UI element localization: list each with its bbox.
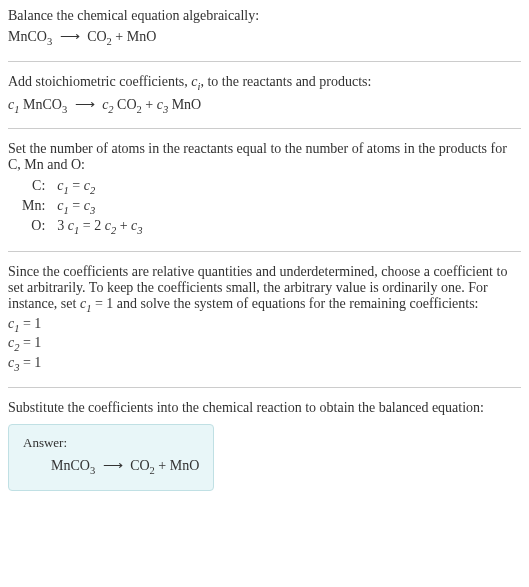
c-val: = 1 (19, 355, 41, 370)
answer-title: Substitute the coefficients into the che… (8, 400, 521, 416)
plus-text: + (116, 218, 131, 233)
c1-var: c1 (80, 296, 91, 311)
plus-text: + (112, 29, 127, 44)
arrow-icon: ⟶ (75, 96, 95, 113)
divider (8, 61, 521, 62)
section-atoms: Set the number of atoms in the reactants… (8, 141, 521, 236)
elem-label: C: (18, 177, 53, 197)
answer-label: Answer: (23, 435, 199, 451)
problem-title: Balance the chemical equation algebraica… (8, 8, 521, 24)
product-2: MnO (127, 29, 157, 44)
divider (8, 251, 521, 252)
result-c3: c3 = 1 (8, 355, 521, 373)
reactant-formula: MnCO (8, 29, 47, 44)
coeff-title: Add stoichiometric coefficients, ci, to … (8, 74, 521, 92)
plus-text: + (142, 97, 157, 112)
atoms-title: Set the number of atoms in the reactants… (8, 141, 521, 173)
product-c1: CO2 (117, 97, 142, 112)
elem-label: Mn: (18, 197, 53, 217)
c-sub: 3 (137, 225, 142, 236)
r-formula: MnCO (23, 97, 62, 112)
plus-text: + (155, 458, 170, 473)
r-sub: 3 (62, 103, 67, 114)
coef-num: 2 (94, 218, 105, 233)
p-formula: CO (130, 458, 149, 473)
reactant-final: MnCO3 (51, 458, 95, 473)
c-val: = 1 (19, 335, 41, 350)
elem-eq: c1 = c2 (53, 177, 146, 197)
elem-label: O: (18, 217, 53, 237)
result-c1: c1 = 1 (8, 316, 521, 334)
answer-box: Answer: MnCO3 ⟶ CO2 + MnO (8, 424, 214, 491)
c2-sub: 2 (108, 103, 113, 114)
table-row: Mn: c1 = c3 (18, 197, 147, 217)
c-eq: = 1 (91, 296, 113, 311)
title-part-a: Add stoichiometric coefficients, (8, 74, 191, 89)
c-val: = 1 (19, 316, 41, 331)
eq-sign: = (79, 218, 94, 233)
eq-sign: = (69, 198, 84, 213)
reactant-sub: 3 (47, 36, 52, 47)
coeff-equation: c1 MnCO3 ⟶ c2 CO2 + c3 MnO (8, 96, 521, 115)
product-final-2: MnO (170, 458, 200, 473)
c2-var: c2 (102, 97, 113, 112)
product-formula: CO (87, 29, 106, 44)
reactant-c: MnCO3 (23, 97, 67, 112)
section-answer: Substitute the coefficients into the che… (8, 400, 521, 491)
product-1: CO2 (87, 29, 112, 44)
elem-eq: c1 = c3 (53, 197, 146, 217)
c3-var: c3 (157, 97, 168, 112)
table-row: O: 3 c1 = 2 c2 + c3 (18, 217, 147, 237)
balanced-equation: MnCO3 ⟶ CO2 + MnO (23, 457, 199, 476)
r-sub: 3 (90, 465, 95, 476)
divider (8, 387, 521, 388)
divider (8, 128, 521, 129)
coef-num: 3 (57, 218, 68, 233)
arrow-icon: ⟶ (103, 457, 123, 474)
text-part-b: and solve the system of equations for th… (113, 296, 478, 311)
product-c2: MnO (172, 97, 202, 112)
initial-equation: MnCO3 ⟶ CO2 + MnO (8, 28, 521, 47)
c1-var: c1 (8, 97, 19, 112)
section-coefficients: Add stoichiometric coefficients, ci, to … (8, 74, 521, 115)
r-formula: MnCO (51, 458, 90, 473)
result-c2: c2 = 1 (8, 335, 521, 353)
title-part-b: , to the reactants and products: (200, 74, 371, 89)
section-solve: Since the coefficients are relative quan… (8, 264, 521, 373)
c-sub: 2 (90, 185, 95, 196)
product-final-1: CO2 (130, 458, 155, 473)
p1-formula: CO (117, 97, 136, 112)
atom-equations-table: C: c1 = c2 Mn: c1 = c3 O: 3 c1 = 2 c2 + … (18, 177, 147, 236)
arrow-icon: ⟶ (60, 28, 80, 45)
section-problem: Balance the chemical equation algebraica… (8, 8, 521, 47)
c-sub: 3 (90, 205, 95, 216)
table-row: C: c1 = c2 (18, 177, 147, 197)
reactant-1: MnCO3 (8, 29, 52, 44)
elem-eq: 3 c1 = 2 c2 + c3 (53, 217, 146, 237)
solve-text: Since the coefficients are relative quan… (8, 264, 521, 314)
eq-sign: = (69, 178, 84, 193)
